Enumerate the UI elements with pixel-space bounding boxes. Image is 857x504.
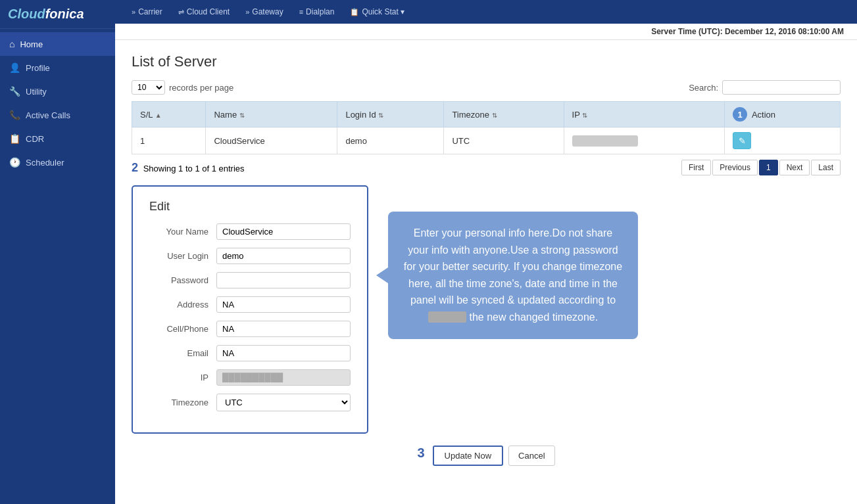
input-ip xyxy=(216,369,351,386)
nav-cloud-client[interactable]: ⇌ Cloud Client xyxy=(172,3,236,20)
records-label: records per page xyxy=(169,83,233,93)
form-row-email: Email xyxy=(149,345,351,361)
cell-timezone: UTC xyxy=(444,127,564,154)
cell-ip: ██████████ xyxy=(564,127,724,154)
col-login-id: Login Id ⇅ xyxy=(337,102,444,127)
server-time-bar: Server Time (UTC): December 12, 2016 08:… xyxy=(115,24,857,40)
page-next-btn[interactable]: Next xyxy=(779,160,810,175)
page-previous-btn[interactable]: Previous xyxy=(712,160,758,175)
content-area: List of Server 10 25 50 100 records per … xyxy=(115,40,857,504)
input-user-login[interactable] xyxy=(216,248,351,264)
form-buttons: 3 Update Now Cancel xyxy=(132,446,841,466)
col-action: 1 Action xyxy=(725,102,841,127)
controls-row: 10 25 50 100 records per page Search: xyxy=(132,80,841,95)
nav-carrier[interactable]: » Carrier xyxy=(125,3,169,20)
nav-gateway[interactable]: » Gateway xyxy=(239,3,289,20)
label-address: Address xyxy=(149,300,208,309)
step1-badge: 1 xyxy=(733,107,747,122)
sidebar-item-utility[interactable]: 🔧 Utility xyxy=(0,80,115,103)
cancel-button[interactable]: Cancel xyxy=(508,446,554,466)
select-timezone[interactable]: UTC US/Eastern US/Central US/Pacific Eur… xyxy=(216,394,351,411)
tooltip-text: Enter your personal info here.Do not sha… xyxy=(404,227,622,323)
pagination-buttons: First Previous 1 Next Last xyxy=(681,160,841,175)
label-email: Email xyxy=(149,348,208,358)
page-last-btn[interactable]: Last xyxy=(811,160,841,175)
sidebar: Cloudfonica ⌂ Home 👤 Profile 🔧 Utility 📞… xyxy=(0,0,115,504)
records-per-page-select[interactable]: 10 25 50 100 xyxy=(132,80,165,95)
search-input[interactable] xyxy=(722,80,841,95)
showing-text: 2 Showing 1 to 1 of 1 entries xyxy=(132,161,245,175)
form-row-ip: IP xyxy=(149,369,351,386)
search-control: Search: xyxy=(689,80,841,95)
input-your-name[interactable] xyxy=(216,223,351,240)
col-timezone: Timezone ⇅ xyxy=(444,102,564,127)
nav-dialplan[interactable]: ≡ Dialplan xyxy=(293,3,341,20)
edit-form-box: Edit Your Name User Login Password Addre… xyxy=(132,185,368,434)
sidebar-item-scheduler[interactable]: 🕐 Scheduler xyxy=(0,150,115,174)
label-ip: IP xyxy=(149,373,208,382)
col-sl: S/L ▲ xyxy=(132,102,206,127)
scheduler-icon: 🕐 xyxy=(9,157,20,168)
step3-badge: 3 xyxy=(417,446,424,466)
form-row-login: User Login xyxy=(149,248,351,264)
label-password: Password xyxy=(149,275,208,285)
records-control: 10 25 50 100 records per page xyxy=(132,80,233,95)
search-label: Search: xyxy=(689,83,718,93)
sidebar-item-cdr[interactable]: 📋 CDR xyxy=(0,127,115,150)
tooltip-box: Enter your personal info here.Do not sha… xyxy=(388,212,638,339)
input-cell-phone[interactable] xyxy=(216,321,351,337)
pagination-row: 2 Showing 1 to 1 of 1 entries First Prev… xyxy=(132,160,841,175)
edit-button[interactable]: ✎ xyxy=(733,132,751,149)
col-name: Name ⇅ xyxy=(206,102,337,127)
tooltip-container: Enter your personal info here.Do not sha… xyxy=(388,212,638,339)
table-row: 1 CloudService demo UTC ██████████ ✎ xyxy=(132,127,841,154)
label-your-name: Your Name xyxy=(149,227,208,237)
dialplan-icon: ≡ xyxy=(299,8,303,16)
form-row-timezone: Timezone UTC US/Eastern US/Central US/Pa… xyxy=(149,394,351,411)
home-icon: ⌂ xyxy=(9,39,14,49)
edit-section: Edit Your Name User Login Password Addre… xyxy=(132,185,841,434)
label-user-login: User Login xyxy=(149,251,208,261)
sidebar-item-label: Active Calls xyxy=(26,110,70,120)
edit-form-title: Edit xyxy=(149,200,351,214)
quick-stat-icon: 📋 xyxy=(350,8,359,16)
input-password[interactable] xyxy=(216,272,351,288)
page-1-btn[interactable]: 1 xyxy=(759,160,778,175)
showing-label: Showing 1 to 1 of 1 entries xyxy=(143,164,245,173)
main-area: » Carrier ⇌ Cloud Client » Gateway ≡ Dia… xyxy=(115,0,857,504)
cloud-client-icon: ⇌ xyxy=(178,8,184,16)
form-row-phone: Cell/Phone xyxy=(149,321,351,337)
logo: Cloudfonica xyxy=(0,0,115,29)
col-ip: IP ⇅ xyxy=(564,102,724,127)
server-table: S/L ▲ Name ⇅ Login Id ⇅ Timezone ⇅ xyxy=(132,101,841,154)
input-email[interactable] xyxy=(216,345,351,361)
cell-name: CloudService xyxy=(206,127,337,154)
gateway-icon: » xyxy=(245,8,249,16)
cell-action: ✎ xyxy=(725,127,841,154)
sidebar-item-active-calls[interactable]: 📞 Active Calls xyxy=(0,103,115,127)
server-time-text: Server Time (UTC): December 12, 2016 08:… xyxy=(651,27,844,36)
sidebar-nav: ⌂ Home 👤 Profile 🔧 Utility 📞 Active Call… xyxy=(0,32,115,174)
sidebar-item-label: Scheduler xyxy=(26,158,64,168)
sidebar-item-label: Home xyxy=(20,39,43,49)
cell-sl: 1 xyxy=(132,127,206,154)
sidebar-item-label: Utility xyxy=(26,87,47,97)
form-row-password: Password xyxy=(149,272,351,288)
profile-icon: 👤 xyxy=(9,62,20,73)
sidebar-item-profile[interactable]: 👤 Profile xyxy=(0,56,115,80)
label-timezone: Timezone xyxy=(149,398,208,407)
cdr-icon: 📋 xyxy=(9,133,20,144)
update-now-button[interactable]: Update Now xyxy=(433,446,504,466)
label-cell-phone: Cell/Phone xyxy=(149,324,208,334)
cell-login-id: demo xyxy=(337,127,444,154)
page-title: List of Server xyxy=(132,53,841,70)
nav-quick-stat[interactable]: 📋 Quick Stat ▾ xyxy=(343,3,411,20)
input-address[interactable] xyxy=(216,296,351,313)
ip-masked: ██████████ xyxy=(572,135,638,147)
page-first-btn[interactable]: First xyxy=(681,160,711,175)
sidebar-item-label: Profile xyxy=(26,63,50,73)
carrier-icon: » xyxy=(132,8,135,16)
utility-icon: 🔧 xyxy=(9,86,20,97)
sidebar-item-home[interactable]: ⌂ Home xyxy=(0,32,115,56)
sidebar-item-label: CDR xyxy=(26,134,44,144)
